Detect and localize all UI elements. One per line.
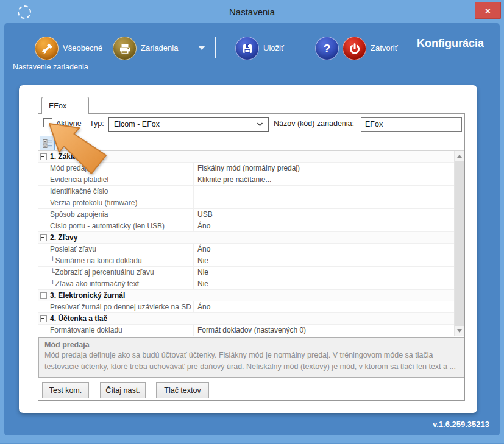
collapse-icon[interactable] <box>40 315 47 322</box>
device-type-value: Elcom - EFox <box>114 120 257 129</box>
collapse-icon[interactable] <box>40 234 47 241</box>
test-communication-button[interactable]: Test kom. <box>42 382 89 398</box>
grid-scrollbar[interactable] <box>454 151 464 336</box>
power-icon <box>348 42 361 55</box>
description-text: Mód predaja definuje ako sa budú účtovať… <box>44 350 458 373</box>
settings-window: Nastavenia × Všeobecné Zariadenia <box>0 0 504 444</box>
grid-row-value[interactable]: Kliknite pre načítanie... <box>193 174 454 185</box>
grid-category-label: 2. Zľavy <box>50 233 77 242</box>
grid-row[interactable]: Posielať zľavuÁno <box>38 244 454 255</box>
grid-row-label: Identifikačné číslo <box>38 187 193 196</box>
grid-row-value[interactable] <box>193 197 454 208</box>
grid-row-value[interactable]: Formát dokladov (nastavených 0) <box>193 325 454 336</box>
grid-row-value[interactable]: Nie <box>193 278 454 289</box>
version-label: v.1.6.259.35213 <box>433 420 489 429</box>
grid-category-row[interactable]: 2. Zľavy <box>38 232 454 244</box>
grid-row-label: └Sumárne na konci dokladu <box>38 256 193 265</box>
grid-row-value[interactable]: Nie <box>193 255 454 266</box>
help-button[interactable]: ? <box>315 37 339 60</box>
grid-row[interactable]: Číslo portu - automaticky (len USB)Áno <box>38 220 454 232</box>
save-button[interactable] <box>235 37 259 60</box>
print-texts-button[interactable]: Tlač textov <box>156 382 209 398</box>
grid-row-value[interactable]: Áno <box>193 244 454 255</box>
printer-icon <box>118 42 132 55</box>
toolbar-separator <box>215 37 216 58</box>
x-icon: × <box>485 5 491 16</box>
device-name-label: Názov (kód) zariadenia: <box>274 119 354 128</box>
grid-row-value[interactable]: USB <box>193 209 454 220</box>
grid-row-label: Číslo portu - automaticky (len USB) <box>38 222 193 230</box>
grid-row[interactable]: Spôsob zapojeniaUSB <box>38 209 454 220</box>
save-button-label[interactable]: Uložiť <box>263 43 284 52</box>
chevron-down-icon <box>457 329 462 333</box>
wrench-icon <box>40 42 54 55</box>
chevron-down-icon <box>257 122 263 127</box>
scroll-down-button[interactable] <box>455 326 464 336</box>
devices-button-label[interactable]: Zariadenia <box>141 43 178 52</box>
tab-efox[interactable]: EFox <box>41 97 89 114</box>
question-mark-icon: ? <box>324 42 331 55</box>
close-app-button[interactable] <box>343 37 366 60</box>
context-label: Konfigurácia <box>417 37 484 50</box>
toolbar-subtitle: Nastavenie zariadenia <box>13 63 88 71</box>
grid-row-value[interactable]: Áno <box>193 301 454 312</box>
window-title: Nastavenia <box>0 0 504 23</box>
grid-row-value[interactable]: Nie <box>193 267 454 278</box>
grid-row-value[interactable] <box>193 186 454 197</box>
grid-row[interactable]: └Zobraziť aj percentuálnu zľavuNie <box>38 267 454 278</box>
grid-row[interactable]: └Zľava ako informačný textNie <box>38 278 454 290</box>
scrollbar-thumb[interactable] <box>455 161 464 326</box>
grid-category-row[interactable]: 3. Elektronický žurnál <box>38 290 454 301</box>
description-title: Mód predaja <box>44 340 458 349</box>
scroll-up-button[interactable] <box>455 151 464 161</box>
grid-category-row[interactable]: 4. Účtenka a tlač <box>38 313 454 325</box>
general-button-label[interactable]: Všeobecné <box>63 43 102 52</box>
grid-row[interactable]: Identifikačné číslo <box>38 186 454 197</box>
grid-row-label: Verzia protokolu (firmware) <box>38 199 193 207</box>
grid-category-label: 3. Elektronický žurnál <box>50 291 125 300</box>
grid-row-label: Posielať zľavu <box>38 245 193 253</box>
close-window-button[interactable]: × <box>475 2 501 19</box>
grid-category-label: 4. Účtenka a tlač <box>50 314 107 323</box>
close-app-button-label[interactable]: Zatvoriť <box>371 43 398 52</box>
grid-row-value[interactable]: Áno <box>193 220 454 231</box>
grid-row-value[interactable]: Fiskálny mód (normálny predaj) <box>193 163 454 174</box>
grid-row[interactable]: Verzia protokolu (firmware) <box>38 197 454 209</box>
grid-row[interactable]: └Sumárne na konci dokladuNie <box>38 255 454 267</box>
caret-down-icon[interactable] <box>198 46 205 50</box>
tab-label: EFox <box>49 102 66 110</box>
grid-row-label: └Zobraziť aj percentuálnu zľavu <box>38 268 193 277</box>
orange-arrow-cursor <box>43 119 113 180</box>
floppy-disk-icon <box>241 43 254 55</box>
device-name-input[interactable] <box>361 117 462 132</box>
title-bar[interactable]: Nastavenia × <box>0 0 504 23</box>
read-settings-button[interactable]: Čítaj nast. <box>100 382 146 398</box>
general-button[interactable] <box>35 37 59 60</box>
device-type-select[interactable]: Elcom - EFox <box>108 117 269 132</box>
grid-row-label: └Zľava ako informačný text <box>38 280 193 288</box>
grid-row-label: Presúvať žurnál po dennej uzávierke na S… <box>38 303 193 311</box>
grid-row[interactable]: Presúvať žurnál po dennej uzávierke na S… <box>38 301 454 313</box>
grid-row-label: Spôsob zapojenia <box>38 210 193 219</box>
description-panel: Mód predaja Mód predaja definuje ako sa … <box>38 337 464 378</box>
chevron-up-icon <box>457 155 462 158</box>
grid-row-label: Formátovanie dokladu <box>38 326 193 334</box>
collapse-icon[interactable] <box>40 292 47 299</box>
grid-row[interactable]: Formátovanie dokladuFormát dokladov (nas… <box>38 325 454 336</box>
devices-button[interactable] <box>113 37 137 60</box>
